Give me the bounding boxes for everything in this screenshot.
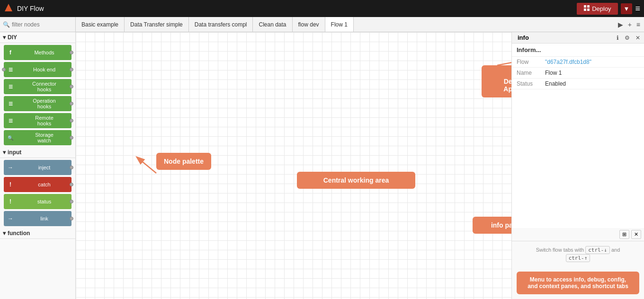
storwatch-port-right — [70, 136, 73, 140]
tab-play-button[interactable]: ▶ — [616, 20, 625, 29]
node-remote-hooks[interactable]: ☰ Remotehooks — [4, 113, 72, 128]
node-hook-end[interactable]: ☰ Hook end — [4, 62, 72, 77]
topbar-left: DIY Flow — [4, 3, 44, 14]
infopane-info-tab[interactable]: ℹ — [615, 34, 621, 42]
palette-section-function[interactable]: ▾ function — [0, 228, 75, 239]
catch-icon: ! — [4, 177, 17, 192]
filter-nodes-input[interactable] — [12, 21, 72, 28]
methods-label: Methods — [17, 45, 72, 60]
methods-icon: f — [4, 45, 17, 60]
deploy-button[interactable]: Deploy — [577, 3, 617, 15]
info-row-status: Status Enabled — [512, 79, 644, 89]
svg-rect-3 — [584, 9, 586, 11]
ophooks-icon: ☰ — [4, 96, 17, 111]
svg-line-5 — [137, 158, 156, 173]
callout-menu-access: Menu to access info, debug, config, and … — [517, 272, 639, 294]
tab-basic-example[interactable]: Basic example — [76, 17, 125, 32]
tabbar-actions: ▶ + ≡ — [614, 17, 644, 32]
svg-marker-0 — [5, 4, 12, 11]
methods-port-right — [70, 51, 73, 54]
inject-port-right — [70, 166, 73, 169]
infopane-body: Inform... Flow "d67a27f.dfcb1d8" Name Fl… — [512, 44, 644, 228]
status-port-right — [70, 200, 73, 203]
app-title: DIY Flow — [17, 5, 44, 12]
callout-central-working-area: Central working area — [297, 172, 415, 189]
node-link[interactable]: → link — [4, 211, 72, 226]
link-icon: → — [4, 211, 17, 226]
shortcut-ctrl-up: ctrl-↑ — [566, 254, 590, 262]
node-methods[interactable]: f Methods — [4, 45, 72, 60]
callout-info-pane: info pane — [473, 217, 511, 234]
hookend-port-right — [70, 68, 73, 71]
node-status[interactable]: ! status — [4, 194, 72, 209]
tabbar: 🔍 Basic example Data Transfer simple Dat… — [0, 17, 644, 32]
callout-node-palette: Node palette — [156, 153, 211, 170]
deploy-icon — [583, 5, 590, 13]
info-label-name: Name — [517, 70, 545, 76]
info-value-name: Flow 1 — [545, 70, 562, 76]
tab-data-transfers-compl[interactable]: Data transfers compl — [189, 17, 253, 32]
palette-section-input[interactable]: ▾ input — [0, 147, 75, 158]
info-value-flow: "d67a27f.dfcb1d8" — [545, 59, 591, 65]
info-label-status: Status — [517, 80, 545, 87]
tab-flow-1[interactable]: Flow 1 — [325, 17, 354, 32]
svg-rect-1 — [584, 5, 586, 8]
topbar: DIY Flow Deploy ▼ ≡ — [0, 0, 644, 17]
svg-rect-2 — [587, 5, 590, 8]
tab-data-transfer-simple[interactable]: Data Transfer simple — [125, 17, 189, 32]
info-label-flow: Flow — [517, 59, 545, 65]
palette-section-diy[interactable]: ▾ DIY — [0, 32, 75, 43]
connhooks-port-right — [70, 85, 73, 88]
deploy-dropdown-button[interactable]: ▼ — [621, 3, 633, 14]
infopane-title: info — [514, 32, 615, 43]
tab-clean-data[interactable]: Clean data — [253, 17, 292, 32]
collapse-function-icon: ▾ — [3, 230, 6, 237]
infopane-section-header: Inform... — [512, 44, 644, 57]
svg-rect-4 — [587, 9, 590, 11]
info-pane: info ℹ ⚙ ✕ Inform... Flow "d67a27f.dfcb1… — [511, 32, 644, 299]
tab-flow-menu-button[interactable]: ≡ — [635, 20, 642, 29]
infopane-resize-controls: ⊞ ✕ — [512, 228, 644, 241]
main-layout: ▾ DIY f Methods ☰ Hook end ☰ Connectorho… — [0, 32, 644, 299]
infopane-blank-area — [512, 89, 644, 184]
status-icon: ! — [4, 194, 17, 209]
infopane-tab-bar: info ℹ ⚙ ✕ — [512, 32, 644, 44]
node-catch[interactable]: ! catch — [4, 177, 72, 192]
logo-icon — [4, 3, 13, 14]
tabbar-filter[interactable]: 🔍 — [0, 17, 76, 32]
hookend-port-left — [2, 68, 6, 71]
storwatch-icon: 🔍 — [4, 130, 17, 145]
catch-label: catch — [17, 177, 72, 192]
infopane-tab-actions: ℹ ⚙ ✕ — [615, 34, 642, 42]
remhooks-port-right — [70, 119, 73, 123]
remhooks-label: Remotehooks — [17, 113, 72, 128]
workspace[interactable]: Node palette Central working area Deploy… — [76, 32, 511, 299]
node-inject[interactable]: → inject — [4, 160, 72, 175]
collapse-diy-icon: ▾ — [3, 34, 6, 41]
storwatch-label: Storagewatch — [17, 130, 72, 145]
callout-deploy-menu: Deploy menu and Application menu — [482, 65, 511, 97]
info-row-flow: Flow "d67a27f.dfcb1d8" — [512, 57, 644, 68]
info-row-name: Name Flow 1 — [512, 68, 644, 79]
infopane-close-tab[interactable]: ✕ — [634, 34, 642, 42]
link-port-right — [70, 217, 73, 220]
inject-icon: → — [4, 160, 17, 175]
node-connector-hooks[interactable]: ☰ Connectorhooks — [4, 79, 72, 94]
shortcut-ctrl-down: ctrl-↓ — [585, 246, 610, 254]
info-value-status: Enabled — [545, 80, 566, 87]
hamburger-menu-button[interactable]: ≡ — [635, 4, 640, 14]
ophooks-label: Operationhooks — [17, 96, 72, 111]
node-operation-hooks[interactable]: ☰ Operationhooks — [4, 96, 72, 111]
node-storage-watch[interactable]: 🔍 Storagewatch — [4, 130, 72, 145]
link-label: link — [17, 211, 72, 226]
infopane-close-button[interactable]: ✕ — [631, 230, 641, 239]
infopane-config-tab[interactable]: ⚙ — [623, 34, 632, 42]
infopane-expand-button[interactable]: ⊞ — [619, 230, 629, 239]
tab-flow-dev[interactable]: flow dev — [293, 17, 325, 32]
hookend-icon: ☰ — [4, 62, 17, 77]
tab-add-button[interactable]: + — [626, 20, 634, 29]
arrows-overlay — [76, 32, 511, 299]
collapse-input-icon: ▾ — [3, 149, 6, 156]
ophooks-port-right — [70, 102, 73, 106]
hookend-label: Hook end — [17, 62, 72, 77]
